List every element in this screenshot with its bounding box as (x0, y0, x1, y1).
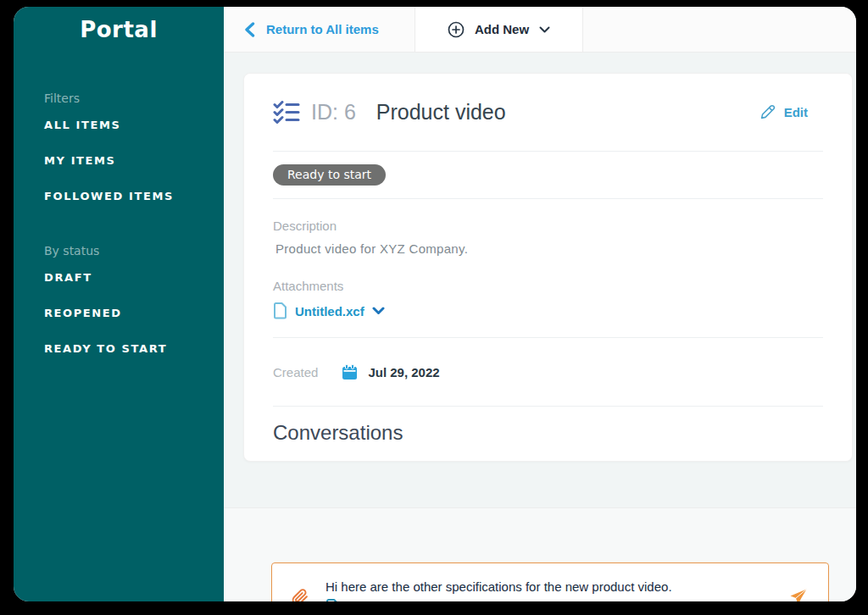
sidebar-nav: Filters ALL ITEMS MY ITEMS FOLLOWED ITEM… (14, 91, 224, 355)
description-text: Product video for XYZ Company. (275, 241, 823, 256)
edit-label: Edit (784, 105, 808, 119)
content-area: ID: 6 Product video Edit Ready to start (224, 53, 856, 601)
sidebar: Portal Filters ALL ITEMS MY ITEMS FOLLOW… (14, 7, 224, 601)
edit-button[interactable]: Edit (760, 104, 823, 120)
add-new-button[interactable]: Add New (415, 7, 583, 52)
sidebar-item-ready-to-start[interactable]: READY TO START (44, 342, 224, 355)
message-attachment-name: pics-20200924T031010... (348, 600, 492, 601)
add-new-label: Add New (475, 22, 529, 36)
message-composer[interactable]: Hi here are the other specifications for… (271, 562, 829, 601)
plus-circle-icon (448, 21, 465, 38)
send-button[interactable] (789, 588, 828, 601)
attachment-name: Untitled.xcf (295, 304, 364, 319)
item-detail-card: ID: 6 Product video Edit Ready to start (243, 73, 853, 462)
app-window: Portal Filters ALL ITEMS MY ITEMS FOLLOW… (14, 7, 856, 601)
created-label: Created (273, 365, 318, 380)
return-to-all-items-button[interactable]: Return to All items (224, 7, 415, 52)
description-label: Description (273, 219, 823, 233)
back-chevron-icon (244, 22, 255, 37)
sidebar-item-followed-items[interactable]: FOLLOWED ITEMS (44, 190, 224, 202)
message-body: Hi here are the other specifications for… (309, 579, 789, 601)
description-block: Description Product video for XYZ Compan… (273, 199, 823, 337)
attachment-item[interactable]: Untitled.xcf (273, 302, 823, 319)
send-icon (789, 588, 808, 601)
paperclip-icon (292, 589, 309, 601)
conversations-heading-row: Conversations (273, 407, 823, 445)
status-row: Ready to start (273, 152, 823, 198)
file-icon (273, 302, 287, 319)
by-status-section-label: By status (44, 244, 224, 258)
status-badge: Ready to start (273, 164, 386, 186)
sidebar-item-all-items[interactable]: ALL ITEMS (44, 119, 224, 131)
pencil-icon (760, 104, 776, 120)
return-label: Return to All items (266, 22, 379, 36)
message-attachment[interactable]: pics-20200924T031010... (326, 599, 789, 601)
conversations-section: Hi here are the other specifications for… (224, 507, 856, 601)
item-id: ID: 6 (311, 100, 356, 125)
message-text: Hi here are the other specifications for… (326, 579, 789, 594)
attachment-expand-icon[interactable] (372, 307, 385, 315)
top-bar: Return to All items Add New (224, 7, 856, 53)
attachments-label: Attachments (273, 279, 823, 293)
created-row: Created Jul 29, 2022 (273, 338, 823, 406)
sidebar-item-my-items[interactable]: MY ITEMS (44, 154, 224, 167)
top-bar-spacer (583, 7, 856, 52)
file-download-icon (326, 599, 339, 601)
sidebar-item-draft[interactable]: DRAFT (44, 271, 224, 284)
created-date: Jul 29, 2022 (368, 365, 439, 380)
filters-section-label: Filters (44, 91, 224, 105)
item-header: ID: 6 Product video Edit (273, 74, 823, 151)
sidebar-item-reopened[interactable]: REOPENED (44, 307, 224, 319)
attach-file-button[interactable] (272, 589, 309, 601)
main-area: Return to All items Add New (224, 7, 856, 601)
item-title: Product video (376, 100, 506, 125)
calendar-icon (342, 364, 358, 380)
app-logo: Portal (14, 7, 224, 42)
tasklist-icon (273, 101, 301, 125)
conversations-heading: Conversations (273, 421, 403, 444)
chevron-down-icon (539, 26, 550, 33)
